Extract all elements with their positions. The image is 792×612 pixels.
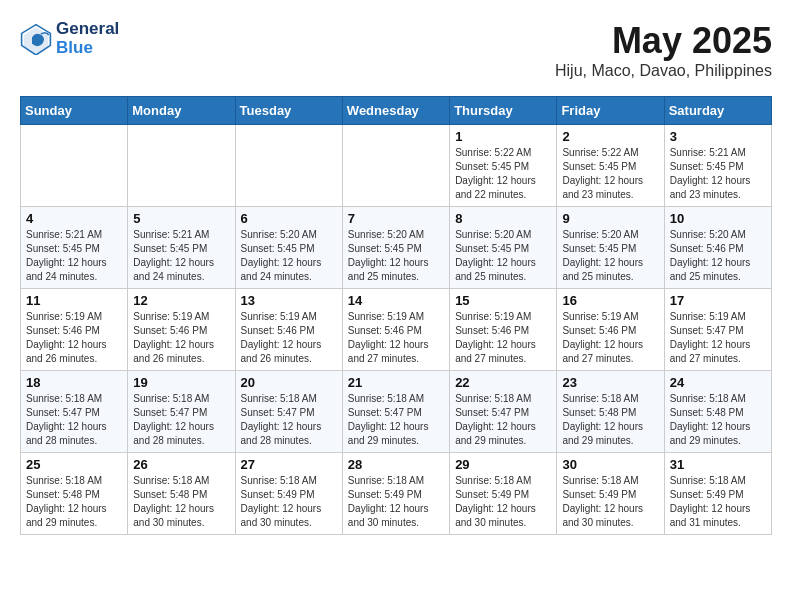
- day-number: 20: [241, 375, 337, 390]
- day-info: Sunrise: 5:21 AM Sunset: 5:45 PM Dayligh…: [133, 228, 229, 284]
- calendar-cell: 30Sunrise: 5:18 AM Sunset: 5:49 PM Dayli…: [557, 453, 664, 535]
- day-info: Sunrise: 5:22 AM Sunset: 5:45 PM Dayligh…: [562, 146, 658, 202]
- calendar-cell: 29Sunrise: 5:18 AM Sunset: 5:49 PM Dayli…: [450, 453, 557, 535]
- day-info: Sunrise: 5:18 AM Sunset: 5:48 PM Dayligh…: [133, 474, 229, 530]
- calendar-cell: 6Sunrise: 5:20 AM Sunset: 5:45 PM Daylig…: [235, 207, 342, 289]
- weekday-header-thursday: Thursday: [450, 97, 557, 125]
- day-number: 8: [455, 211, 551, 226]
- day-number: 10: [670, 211, 766, 226]
- day-info: Sunrise: 5:19 AM Sunset: 5:46 PM Dayligh…: [26, 310, 122, 366]
- logo: General Blue: [20, 20, 119, 57]
- day-number: 12: [133, 293, 229, 308]
- calendar-week-row: 18Sunrise: 5:18 AM Sunset: 5:47 PM Dayli…: [21, 371, 772, 453]
- day-number: 9: [562, 211, 658, 226]
- calendar-table: SundayMondayTuesdayWednesdayThursdayFrid…: [20, 96, 772, 535]
- day-number: 23: [562, 375, 658, 390]
- calendar-cell: 10Sunrise: 5:20 AM Sunset: 5:46 PM Dayli…: [664, 207, 771, 289]
- day-number: 29: [455, 457, 551, 472]
- day-info: Sunrise: 5:19 AM Sunset: 5:46 PM Dayligh…: [241, 310, 337, 366]
- day-number: 27: [241, 457, 337, 472]
- day-number: 16: [562, 293, 658, 308]
- calendar-cell: 25Sunrise: 5:18 AM Sunset: 5:48 PM Dayli…: [21, 453, 128, 535]
- day-number: 30: [562, 457, 658, 472]
- day-number: 6: [241, 211, 337, 226]
- calendar-cell: 20Sunrise: 5:18 AM Sunset: 5:47 PM Dayli…: [235, 371, 342, 453]
- day-info: Sunrise: 5:18 AM Sunset: 5:47 PM Dayligh…: [348, 392, 444, 448]
- day-info: Sunrise: 5:21 AM Sunset: 5:45 PM Dayligh…: [26, 228, 122, 284]
- day-info: Sunrise: 5:18 AM Sunset: 5:49 PM Dayligh…: [562, 474, 658, 530]
- calendar-cell: 17Sunrise: 5:19 AM Sunset: 5:47 PM Dayli…: [664, 289, 771, 371]
- day-info: Sunrise: 5:20 AM Sunset: 5:45 PM Dayligh…: [455, 228, 551, 284]
- logo-text-block: General Blue: [56, 20, 119, 57]
- weekday-header-wednesday: Wednesday: [342, 97, 449, 125]
- day-info: Sunrise: 5:18 AM Sunset: 5:47 PM Dayligh…: [133, 392, 229, 448]
- calendar-cell: 31Sunrise: 5:18 AM Sunset: 5:49 PM Dayli…: [664, 453, 771, 535]
- calendar-cell: 19Sunrise: 5:18 AM Sunset: 5:47 PM Dayli…: [128, 371, 235, 453]
- page-header: General Blue May 2025 Hiju, Maco, Davao,…: [20, 20, 772, 80]
- calendar-cell: 24Sunrise: 5:18 AM Sunset: 5:48 PM Dayli…: [664, 371, 771, 453]
- day-info: Sunrise: 5:22 AM Sunset: 5:45 PM Dayligh…: [455, 146, 551, 202]
- day-number: 15: [455, 293, 551, 308]
- day-number: 13: [241, 293, 337, 308]
- calendar-cell: 8Sunrise: 5:20 AM Sunset: 5:45 PM Daylig…: [450, 207, 557, 289]
- calendar-cell: 5Sunrise: 5:21 AM Sunset: 5:45 PM Daylig…: [128, 207, 235, 289]
- calendar-cell: [128, 125, 235, 207]
- day-info: Sunrise: 5:19 AM Sunset: 5:47 PM Dayligh…: [670, 310, 766, 366]
- day-info: Sunrise: 5:19 AM Sunset: 5:46 PM Dayligh…: [562, 310, 658, 366]
- month-title: May 2025: [555, 20, 772, 62]
- day-number: 19: [133, 375, 229, 390]
- calendar-cell: [342, 125, 449, 207]
- day-number: 2: [562, 129, 658, 144]
- calendar-week-row: 25Sunrise: 5:18 AM Sunset: 5:48 PM Dayli…: [21, 453, 772, 535]
- weekday-header-tuesday: Tuesday: [235, 97, 342, 125]
- calendar-cell: 28Sunrise: 5:18 AM Sunset: 5:49 PM Dayli…: [342, 453, 449, 535]
- calendar-cell: 2Sunrise: 5:22 AM Sunset: 5:45 PM Daylig…: [557, 125, 664, 207]
- calendar-week-row: 11Sunrise: 5:19 AM Sunset: 5:46 PM Dayli…: [21, 289, 772, 371]
- day-number: 4: [26, 211, 122, 226]
- logo-blue: Blue: [56, 39, 119, 58]
- weekday-header-monday: Monday: [128, 97, 235, 125]
- calendar-cell: 12Sunrise: 5:19 AM Sunset: 5:46 PM Dayli…: [128, 289, 235, 371]
- day-info: Sunrise: 5:21 AM Sunset: 5:45 PM Dayligh…: [670, 146, 766, 202]
- calendar-cell: 16Sunrise: 5:19 AM Sunset: 5:46 PM Dayli…: [557, 289, 664, 371]
- day-info: Sunrise: 5:18 AM Sunset: 5:49 PM Dayligh…: [241, 474, 337, 530]
- calendar-cell: 26Sunrise: 5:18 AM Sunset: 5:48 PM Dayli…: [128, 453, 235, 535]
- day-info: Sunrise: 5:19 AM Sunset: 5:46 PM Dayligh…: [348, 310, 444, 366]
- day-number: 28: [348, 457, 444, 472]
- calendar-cell: 14Sunrise: 5:19 AM Sunset: 5:46 PM Dayli…: [342, 289, 449, 371]
- day-number: 7: [348, 211, 444, 226]
- calendar-cell: 18Sunrise: 5:18 AM Sunset: 5:47 PM Dayli…: [21, 371, 128, 453]
- day-info: Sunrise: 5:18 AM Sunset: 5:47 PM Dayligh…: [26, 392, 122, 448]
- calendar-week-row: 4Sunrise: 5:21 AM Sunset: 5:45 PM Daylig…: [21, 207, 772, 289]
- day-info: Sunrise: 5:19 AM Sunset: 5:46 PM Dayligh…: [455, 310, 551, 366]
- calendar-cell: 15Sunrise: 5:19 AM Sunset: 5:46 PM Dayli…: [450, 289, 557, 371]
- weekday-header-friday: Friday: [557, 97, 664, 125]
- day-info: Sunrise: 5:20 AM Sunset: 5:45 PM Dayligh…: [348, 228, 444, 284]
- day-number: 25: [26, 457, 122, 472]
- day-number: 22: [455, 375, 551, 390]
- day-number: 14: [348, 293, 444, 308]
- day-info: Sunrise: 5:19 AM Sunset: 5:46 PM Dayligh…: [133, 310, 229, 366]
- day-number: 3: [670, 129, 766, 144]
- day-info: Sunrise: 5:20 AM Sunset: 5:45 PM Dayligh…: [241, 228, 337, 284]
- calendar-cell: 23Sunrise: 5:18 AM Sunset: 5:48 PM Dayli…: [557, 371, 664, 453]
- weekday-header-sunday: Sunday: [21, 97, 128, 125]
- day-number: 21: [348, 375, 444, 390]
- day-number: 26: [133, 457, 229, 472]
- day-info: Sunrise: 5:18 AM Sunset: 5:48 PM Dayligh…: [670, 392, 766, 448]
- day-number: 24: [670, 375, 766, 390]
- calendar-header-row: SundayMondayTuesdayWednesdayThursdayFrid…: [21, 97, 772, 125]
- day-number: 17: [670, 293, 766, 308]
- logo-general: General: [56, 20, 119, 39]
- calendar-cell: [21, 125, 128, 207]
- calendar-cell: 1Sunrise: 5:22 AM Sunset: 5:45 PM Daylig…: [450, 125, 557, 207]
- day-number: 31: [670, 457, 766, 472]
- calendar-week-row: 1Sunrise: 5:22 AM Sunset: 5:45 PM Daylig…: [21, 125, 772, 207]
- calendar-cell: 22Sunrise: 5:18 AM Sunset: 5:47 PM Dayli…: [450, 371, 557, 453]
- day-info: Sunrise: 5:20 AM Sunset: 5:46 PM Dayligh…: [670, 228, 766, 284]
- day-number: 5: [133, 211, 229, 226]
- location-title: Hiju, Maco, Davao, Philippines: [555, 62, 772, 80]
- day-info: Sunrise: 5:20 AM Sunset: 5:45 PM Dayligh…: [562, 228, 658, 284]
- calendar-cell: 11Sunrise: 5:19 AM Sunset: 5:46 PM Dayli…: [21, 289, 128, 371]
- day-info: Sunrise: 5:18 AM Sunset: 5:49 PM Dayligh…: [455, 474, 551, 530]
